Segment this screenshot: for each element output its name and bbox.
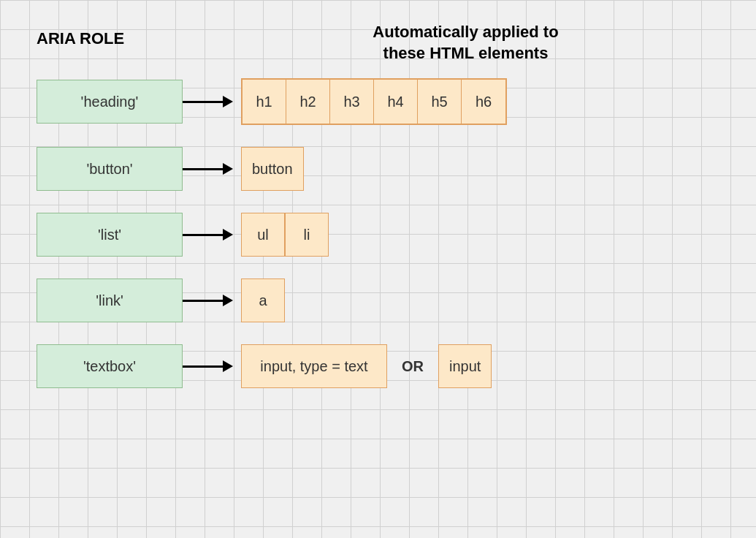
- aria-box-link: 'link': [37, 279, 183, 322]
- arrow-head: [223, 229, 233, 240]
- html-box-h1: h1: [243, 80, 286, 124]
- row-heading: 'heading' h1 h2 h3 h4 h5 h6: [37, 78, 719, 125]
- html-boxes-link: a: [241, 279, 285, 322]
- html-elements-column-header: Automatically applied tothese HTML eleme…: [212, 22, 719, 64]
- html-box-h5: h5: [418, 80, 462, 124]
- arrow-head: [223, 360, 233, 372]
- aria-role-heading: ARIA ROLE: [37, 22, 212, 48]
- arrow-link: [183, 295, 241, 306]
- html-box-h6: h6: [462, 80, 505, 124]
- html-box-a: a: [241, 279, 285, 322]
- row-link: 'link' a: [37, 279, 719, 322]
- html-box-h3: h3: [330, 80, 374, 124]
- html-boxes-button: button: [241, 147, 304, 191]
- html-boxes-list: ul li: [241, 213, 329, 257]
- aria-label-heading: 'heading': [81, 94, 139, 110]
- aria-box-heading: 'heading': [37, 80, 183, 124]
- arrow-head: [223, 163, 233, 175]
- aria-box-textbox: 'textbox': [37, 344, 183, 388]
- html-box-input-text: input, type = text: [241, 344, 387, 388]
- arrow-line: [183, 168, 223, 170]
- html-boxes-textbox: input, type = text OR input: [241, 344, 492, 388]
- arrow-line: [183, 300, 223, 302]
- arrow-list: [183, 229, 241, 240]
- main-content: ARIA ROLE Automatically applied tothese …: [0, 0, 756, 432]
- aria-label-textbox: 'textbox': [83, 358, 136, 375]
- html-group-heading: h1 h2 h3 h4 h5 h6: [241, 78, 507, 125]
- html-elements-heading: Automatically applied tothese HTML eleme…: [212, 22, 719, 64]
- aria-role-column-header: ARIA ROLE: [37, 22, 212, 48]
- arrow-line: [183, 234, 223, 236]
- row-textbox: 'textbox' input, type = text OR input: [37, 344, 719, 388]
- aria-box-button: 'button': [37, 147, 183, 191]
- arrow-button: [183, 163, 241, 175]
- html-box-input: input: [438, 344, 492, 388]
- html-box-li: li: [285, 213, 329, 257]
- header-row: ARIA ROLE Automatically applied tothese …: [37, 22, 719, 64]
- arrow-line: [183, 365, 223, 368]
- html-box-h4: h4: [374, 80, 418, 124]
- aria-label-link: 'link': [96, 292, 123, 309]
- arrow-heading: [183, 96, 241, 107]
- arrow-head: [223, 96, 233, 107]
- row-list: 'list' ul li: [37, 213, 719, 257]
- arrow-head: [223, 295, 233, 306]
- arrow-line: [183, 101, 223, 103]
- html-box-button: button: [241, 147, 304, 191]
- aria-label-button: 'button': [86, 161, 132, 178]
- arrow-textbox: [183, 360, 241, 372]
- aria-label-list: 'list': [98, 227, 121, 243]
- html-box-ul: ul: [241, 213, 285, 257]
- aria-box-list: 'list': [37, 213, 183, 257]
- html-box-h2: h2: [286, 80, 330, 124]
- or-text: OR: [402, 358, 424, 375]
- row-button: 'button' button: [37, 147, 719, 191]
